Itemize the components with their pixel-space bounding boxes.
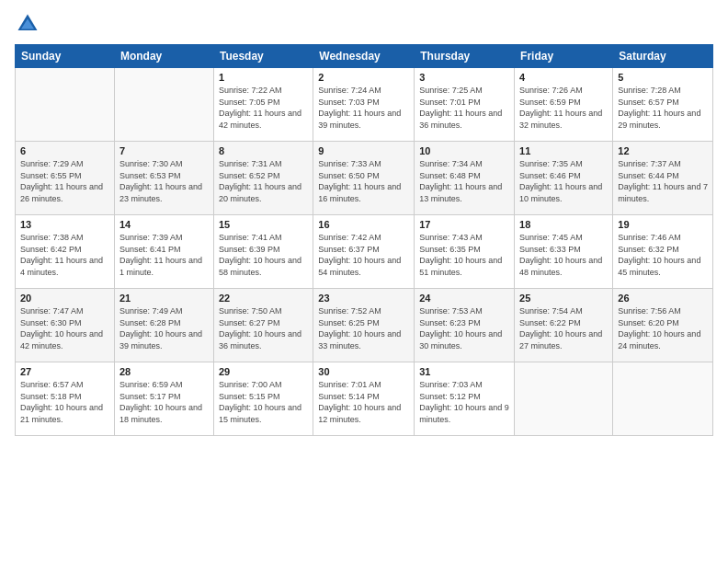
calendar-cell: 11Sunrise: 7:35 AM Sunset: 6:46 PM Dayli… xyxy=(515,142,613,215)
day-number: 3 xyxy=(419,72,509,83)
calendar-cell: 3Sunrise: 7:25 AM Sunset: 7:01 PM Daylig… xyxy=(415,68,515,142)
calendar-day-header: Tuesday xyxy=(213,45,313,68)
calendar-cell: 23Sunrise: 7:52 AM Sunset: 6:25 PM Dayli… xyxy=(313,289,415,362)
calendar-cell: 12Sunrise: 7:37 AM Sunset: 6:44 PM Dayli… xyxy=(613,142,713,215)
day-info: Sunrise: 7:29 AM Sunset: 6:55 PM Dayligh… xyxy=(20,158,109,204)
day-info: Sunrise: 7:35 AM Sunset: 6:46 PM Dayligh… xyxy=(519,158,608,204)
calendar-cell: 6Sunrise: 7:29 AM Sunset: 6:55 PM Daylig… xyxy=(16,142,115,215)
day-number: 23 xyxy=(318,293,409,304)
day-number: 14 xyxy=(119,219,209,230)
day-info: Sunrise: 7:39 AM Sunset: 6:41 PM Dayligh… xyxy=(119,232,209,278)
day-info: Sunrise: 7:50 AM Sunset: 6:27 PM Dayligh… xyxy=(219,305,308,351)
day-info: Sunrise: 7:01 AM Sunset: 5:14 PM Dayligh… xyxy=(318,379,409,425)
calendar-cell: 21Sunrise: 7:49 AM Sunset: 6:28 PM Dayli… xyxy=(114,289,213,362)
day-info: Sunrise: 6:59 AM Sunset: 5:17 PM Dayligh… xyxy=(119,379,209,425)
day-info: Sunrise: 7:37 AM Sunset: 6:44 PM Dayligh… xyxy=(618,158,708,204)
calendar-cell: 31Sunrise: 7:03 AM Sunset: 5:12 PM Dayli… xyxy=(415,362,515,436)
calendar-week-row: 1Sunrise: 7:22 AM Sunset: 7:05 PM Daylig… xyxy=(16,68,713,142)
day-number: 11 xyxy=(519,145,608,156)
day-info: Sunrise: 7:24 AM Sunset: 7:03 PM Dayligh… xyxy=(318,85,409,131)
calendar-week-row: 20Sunrise: 7:47 AM Sunset: 6:30 PM Dayli… xyxy=(16,289,713,362)
calendar-cell: 13Sunrise: 7:38 AM Sunset: 6:42 PM Dayli… xyxy=(16,215,115,289)
day-number: 24 xyxy=(419,293,509,304)
calendar-cell: 26Sunrise: 7:56 AM Sunset: 6:20 PM Dayli… xyxy=(613,289,713,362)
day-info: Sunrise: 7:38 AM Sunset: 6:42 PM Dayligh… xyxy=(20,232,109,278)
calendar-day-header: Wednesday xyxy=(313,45,415,68)
day-number: 2 xyxy=(318,72,409,83)
calendar-cell: 18Sunrise: 7:45 AM Sunset: 6:33 PM Dayli… xyxy=(515,215,613,289)
calendar-cell: 8Sunrise: 7:31 AM Sunset: 6:52 PM Daylig… xyxy=(213,142,313,215)
logo-icon xyxy=(15,11,40,37)
day-number: 21 xyxy=(119,293,209,304)
day-number: 4 xyxy=(519,72,608,83)
day-info: Sunrise: 7:33 AM Sunset: 6:50 PM Dayligh… xyxy=(318,158,409,204)
day-number: 20 xyxy=(20,293,109,304)
calendar-week-row: 13Sunrise: 7:38 AM Sunset: 6:42 PM Dayli… xyxy=(16,215,713,289)
calendar-cell xyxy=(515,362,613,436)
day-info: Sunrise: 7:41 AM Sunset: 6:39 PM Dayligh… xyxy=(219,232,308,278)
day-number: 17 xyxy=(419,219,509,230)
day-number: 22 xyxy=(219,293,308,304)
calendar-cell: 10Sunrise: 7:34 AM Sunset: 6:48 PM Dayli… xyxy=(415,142,515,215)
calendar-cell: 9Sunrise: 7:33 AM Sunset: 6:50 PM Daylig… xyxy=(313,142,415,215)
calendar-cell: 16Sunrise: 7:42 AM Sunset: 6:37 PM Dayli… xyxy=(313,215,415,289)
day-number: 8 xyxy=(219,145,308,156)
day-number: 13 xyxy=(20,219,109,230)
day-info: Sunrise: 7:49 AM Sunset: 6:28 PM Dayligh… xyxy=(119,305,209,351)
calendar-day-header: Friday xyxy=(515,45,613,68)
calendar-week-row: 6Sunrise: 7:29 AM Sunset: 6:55 PM Daylig… xyxy=(16,142,713,215)
day-info: Sunrise: 7:28 AM Sunset: 6:57 PM Dayligh… xyxy=(618,85,708,131)
day-info: Sunrise: 7:22 AM Sunset: 7:05 PM Dayligh… xyxy=(219,85,308,131)
calendar-cell: 17Sunrise: 7:43 AM Sunset: 6:35 PM Dayli… xyxy=(415,215,515,289)
day-info: Sunrise: 7:42 AM Sunset: 6:37 PM Dayligh… xyxy=(318,232,409,278)
day-number: 26 xyxy=(618,293,708,304)
page: SundayMondayTuesdayWednesdayThursdayFrid… xyxy=(0,0,728,563)
calendar-day-header: Monday xyxy=(114,45,213,68)
day-info: Sunrise: 7:52 AM Sunset: 6:25 PM Dayligh… xyxy=(318,305,409,351)
day-number: 10 xyxy=(419,145,509,156)
day-info: Sunrise: 7:00 AM Sunset: 5:15 PM Dayligh… xyxy=(219,379,308,425)
calendar-week-row: 27Sunrise: 6:57 AM Sunset: 5:18 PM Dayli… xyxy=(16,362,713,436)
day-number: 7 xyxy=(119,145,209,156)
day-number: 19 xyxy=(618,219,708,230)
header xyxy=(15,11,713,37)
calendar-cell: 7Sunrise: 7:30 AM Sunset: 6:53 PM Daylig… xyxy=(114,142,213,215)
day-number: 15 xyxy=(219,219,308,230)
day-number: 30 xyxy=(318,366,409,377)
day-info: Sunrise: 7:46 AM Sunset: 6:32 PM Dayligh… xyxy=(618,232,708,278)
day-number: 25 xyxy=(519,293,608,304)
calendar-header-row: SundayMondayTuesdayWednesdayThursdayFrid… xyxy=(16,45,713,68)
day-info: Sunrise: 7:54 AM Sunset: 6:22 PM Dayligh… xyxy=(519,305,608,351)
day-number: 1 xyxy=(219,72,308,83)
day-info: Sunrise: 7:31 AM Sunset: 6:52 PM Dayligh… xyxy=(219,158,308,204)
calendar-day-header: Saturday xyxy=(613,45,713,68)
calendar-day-header: Sunday xyxy=(16,45,115,68)
calendar-cell: 28Sunrise: 6:59 AM Sunset: 5:17 PM Dayli… xyxy=(114,362,213,436)
calendar-cell: 5Sunrise: 7:28 AM Sunset: 6:57 PM Daylig… xyxy=(613,68,713,142)
calendar-cell: 29Sunrise: 7:00 AM Sunset: 5:15 PM Dayli… xyxy=(213,362,313,436)
calendar-cell: 20Sunrise: 7:47 AM Sunset: 6:30 PM Dayli… xyxy=(16,289,115,362)
day-info: Sunrise: 7:03 AM Sunset: 5:12 PM Dayligh… xyxy=(419,379,509,425)
day-number: 6 xyxy=(20,145,109,156)
day-info: Sunrise: 7:34 AM Sunset: 6:48 PM Dayligh… xyxy=(419,158,509,204)
day-info: Sunrise: 7:53 AM Sunset: 6:23 PM Dayligh… xyxy=(419,305,509,351)
day-number: 29 xyxy=(219,366,308,377)
calendar-cell: 4Sunrise: 7:26 AM Sunset: 6:59 PM Daylig… xyxy=(515,68,613,142)
day-info: Sunrise: 7:43 AM Sunset: 6:35 PM Dayligh… xyxy=(419,232,509,278)
calendar-cell xyxy=(613,362,713,436)
calendar-cell: 15Sunrise: 7:41 AM Sunset: 6:39 PM Dayli… xyxy=(213,215,313,289)
calendar-cell: 22Sunrise: 7:50 AM Sunset: 6:27 PM Dayli… xyxy=(213,289,313,362)
day-info: Sunrise: 6:57 AM Sunset: 5:18 PM Dayligh… xyxy=(20,379,109,425)
day-info: Sunrise: 7:56 AM Sunset: 6:20 PM Dayligh… xyxy=(618,305,708,351)
day-number: 31 xyxy=(419,366,509,377)
calendar-table: SundayMondayTuesdayWednesdayThursdayFrid… xyxy=(15,44,713,436)
day-info: Sunrise: 7:26 AM Sunset: 6:59 PM Dayligh… xyxy=(519,85,608,131)
calendar-cell: 25Sunrise: 7:54 AM Sunset: 6:22 PM Dayli… xyxy=(515,289,613,362)
day-number: 12 xyxy=(618,145,708,156)
calendar-cell: 14Sunrise: 7:39 AM Sunset: 6:41 PM Dayli… xyxy=(114,215,213,289)
calendar-cell: 30Sunrise: 7:01 AM Sunset: 5:14 PM Dayli… xyxy=(313,362,415,436)
day-info: Sunrise: 7:25 AM Sunset: 7:01 PM Dayligh… xyxy=(419,85,509,131)
day-number: 28 xyxy=(119,366,209,377)
day-number: 16 xyxy=(318,219,409,230)
day-info: Sunrise: 7:45 AM Sunset: 6:33 PM Dayligh… xyxy=(519,232,608,278)
